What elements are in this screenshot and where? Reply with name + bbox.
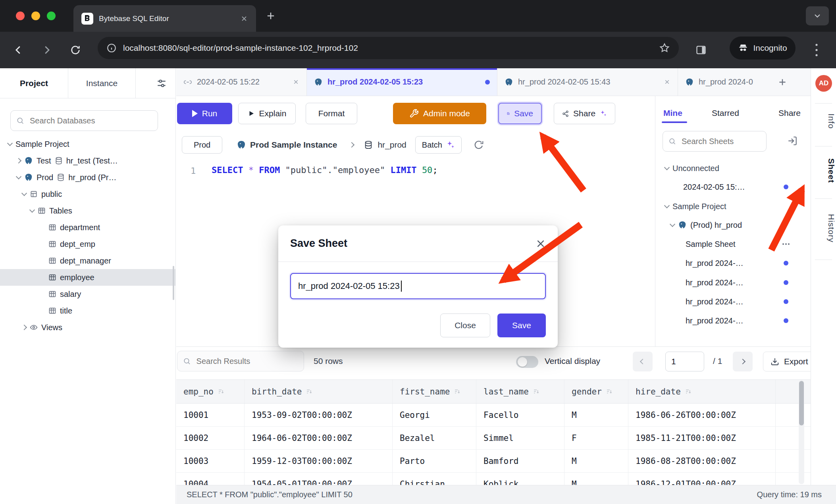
sidebar-filter-button[interactable] <box>148 68 175 98</box>
more-menu-icon[interactable] <box>781 239 791 249</box>
save-confirm-button[interactable]: Save <box>497 314 546 337</box>
sidebar-resizer-handle[interactable] <box>173 266 174 300</box>
tab-search-button[interactable] <box>806 6 829 25</box>
tab-info[interactable]: Info <box>811 109 836 134</box>
new-tab-button[interactable] <box>265 10 276 21</box>
column-header[interactable]: gender <box>564 380 628 403</box>
tab-starred[interactable]: Starred <box>712 108 739 118</box>
results-search[interactable] <box>177 351 304 371</box>
tree-item-prod-database[interactable]: Prod hr_prod (Pr… <box>0 169 175 186</box>
sql-editor-line[interactable]: SELECT * FROM "public"."employee" LIMIT … <box>212 165 438 175</box>
forward-button[interactable] <box>38 41 56 59</box>
new-sheet-tab-button[interactable] <box>772 68 793 96</box>
tree-item-tables-group[interactable]: Tables <box>0 202 175 219</box>
sheet-group-project[interactable]: Sample Project <box>655 198 811 214</box>
bookmark-star-icon[interactable] <box>659 42 670 54</box>
reload-button[interactable] <box>67 41 84 59</box>
close-button[interactable]: Close <box>440 314 490 337</box>
run-button[interactable]: Run <box>177 103 232 124</box>
column-header[interactable]: first_name <box>393 380 476 403</box>
sort-icon[interactable] <box>533 388 540 395</box>
close-icon[interactable] <box>664 79 670 85</box>
url-bar[interactable]: localhost:8080/sql-editor/prod-sample-in… <box>98 37 679 59</box>
next-page-button[interactable] <box>733 352 753 371</box>
sheet-connection[interactable]: (Prod) hr_prod <box>655 217 811 233</box>
back-button[interactable] <box>10 41 27 59</box>
sort-icon[interactable] <box>306 388 313 395</box>
results-scrollbar[interactable] <box>799 380 804 484</box>
side-panel-button[interactable] <box>692 41 710 59</box>
tree-item-views-group[interactable]: Views <box>0 319 175 336</box>
tree-item-table[interactable]: department <box>0 219 175 236</box>
share-button[interactable]: Share <box>554 103 615 124</box>
database-name[interactable]: hr_prod <box>378 140 406 150</box>
sheet-item-sample[interactable]: Sample Sheet <box>655 236 811 252</box>
save-button[interactable]: Save <box>498 103 542 124</box>
tab-instance[interactable]: Instance <box>68 68 136 98</box>
results-search-input[interactable] <box>196 356 298 366</box>
tree-item-table[interactable]: salary <box>0 286 175 302</box>
tab-mine[interactable]: Mine <box>663 108 682 118</box>
maximize-window-button[interactable] <box>47 12 56 20</box>
table-row[interactable]: 10002 1964-06-02T00:00:00Z Bezalel Simme… <box>176 427 811 450</box>
admin-mode-button[interactable]: Admin mode <box>393 103 486 124</box>
sheet-name-input[interactable]: hr_prod 2024-02-05 15:23 <box>290 273 546 299</box>
tab-project[interactable]: Project <box>0 68 68 98</box>
database-search-input[interactable] <box>29 116 152 126</box>
editor-tab[interactable]: hr_prod 2024-02-05 15:43 <box>497 68 678 96</box>
minimize-window-button[interactable] <box>31 12 40 20</box>
batch-button[interactable]: Batch <box>415 136 462 154</box>
prev-page-button[interactable] <box>633 352 653 371</box>
sort-icon[interactable] <box>454 388 461 395</box>
browser-tab[interactable]: Bytebase SQL Editor <box>73 5 256 32</box>
column-header[interactable]: last_name <box>476 380 564 403</box>
sheet-item[interactable]: hr_prod 2024-… <box>655 275 811 290</box>
sort-icon[interactable] <box>218 388 225 395</box>
editor-tab-active[interactable]: hr_prod 2024-02-05 15:23 <box>307 68 497 96</box>
tab-share[interactable]: Share <box>778 108 801 118</box>
table-row[interactable]: 10003 1959-12-03T00:00:00Z Parto Bamford… <box>176 450 811 473</box>
tree-item-project[interactable]: Sample Project <box>0 136 175 152</box>
close-icon[interactable] <box>536 239 546 249</box>
column-header[interactable]: hire_date <box>628 380 776 403</box>
sheet-item[interactable]: hr_prod 2024-… <box>655 313 811 329</box>
sheet-group-unconnected[interactable]: Unconnected <box>655 160 811 176</box>
collapse-panel-icon[interactable] <box>787 136 797 146</box>
page-number-input[interactable] <box>665 352 704 371</box>
tab-history[interactable]: History <box>811 206 836 250</box>
url-text[interactable]: localhost:8080/sql-editor/prod-sample-in… <box>123 43 653 53</box>
close-tab-icon[interactable] <box>240 15 248 23</box>
format-button[interactable]: Format <box>306 103 357 124</box>
tree-item-schema-public[interactable]: public <box>0 186 175 202</box>
database-search[interactable] <box>10 110 158 131</box>
close-window-button[interactable] <box>16 12 25 20</box>
explain-button[interactable]: Explain <box>238 103 296 124</box>
sort-icon[interactable] <box>606 388 613 395</box>
sheet-item[interactable]: 2024-02-05 15:… <box>655 179 811 195</box>
column-header[interactable]: birth_date <box>245 380 393 403</box>
editor-tab-connection[interactable]: 2024-02-05 15:22 <box>176 68 307 96</box>
tree-item-table-selected[interactable]: employee <box>0 269 175 286</box>
tree-item-table[interactable]: title <box>0 302 175 319</box>
instance-name[interactable]: Prod Sample Instance <box>250 140 337 150</box>
sheet-item[interactable]: hr_prod 2024-… <box>655 255 811 271</box>
table-row[interactable]: 10001 1953-09-02T00:00:00Z Georgi Facell… <box>176 404 811 427</box>
site-info-icon[interactable] <box>106 43 117 53</box>
tree-item-table[interactable]: dept_manager <box>0 252 175 269</box>
sheet-search-input[interactable] <box>681 137 761 146</box>
environment-chip[interactable]: Prod <box>182 136 222 154</box>
editor-tab[interactable]: hr_prod 2024-0 <box>678 68 772 96</box>
sort-icon[interactable] <box>685 388 692 395</box>
table-row[interactable]: 10004 1954-05-01T00:00:00Z Chirstian Kob… <box>176 473 811 485</box>
export-button[interactable]: Export <box>763 352 816 371</box>
vertical-display-toggle[interactable] <box>516 356 538 368</box>
tree-item-table[interactable]: dept_emp <box>0 236 175 252</box>
tree-item-test-database[interactable]: Test hr_test (Test… <box>0 152 175 169</box>
browser-menu-button[interactable] <box>811 41 822 59</box>
scrollbar-thumb[interactable] <box>799 381 804 425</box>
tab-sheet[interactable]: Sheet <box>811 154 836 188</box>
sheet-item[interactable]: hr_prod 2024-… <box>655 294 811 310</box>
column-header[interactable]: emp_no <box>176 380 245 403</box>
refresh-icon[interactable] <box>474 140 484 150</box>
close-icon[interactable] <box>293 79 299 85</box>
